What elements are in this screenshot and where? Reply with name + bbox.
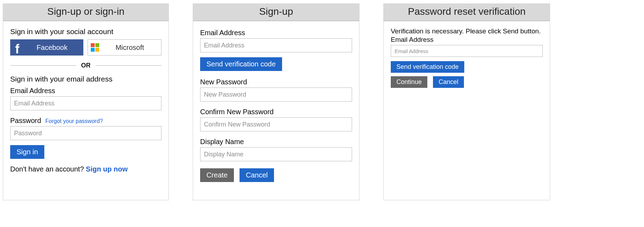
signup-prompt: Don't have an account? Sign up now: [10, 165, 161, 173]
reset-email-input[interactable]: [391, 45, 543, 57]
signup-email-input[interactable]: [200, 38, 352, 52]
signup-email-label: Email Address: [200, 29, 352, 37]
facebook-label: Facebook: [24, 44, 83, 52]
reset-email-label: Email Address: [391, 36, 543, 44]
confirm-password-label: Confirm New Password: [200, 108, 352, 116]
microsoft-icon: [88, 39, 102, 56]
password-reset-panel: Password reset verification Verification…: [383, 4, 550, 200]
signin-panel: Sign-up or sign-in Sign in with your soc…: [3, 4, 169, 200]
display-name-input[interactable]: [200, 147, 352, 161]
email-input[interactable]: [10, 96, 161, 110]
facebook-icon: f: [10, 39, 24, 56]
signup-cancel-button[interactable]: Cancel: [240, 168, 274, 182]
create-button[interactable]: Create: [200, 168, 234, 182]
microsoft-signin-button[interactable]: Microsoft: [88, 39, 161, 56]
facebook-signin-button[interactable]: f Facebook: [10, 39, 83, 56]
password-label: Password: [10, 117, 41, 125]
password-reset-title: Password reset verification: [384, 4, 550, 21]
signin-button[interactable]: Sign in: [10, 145, 44, 159]
or-divider: OR: [10, 62, 161, 69]
signin-panel-title: Sign-up or sign-in: [3, 4, 168, 21]
local-signin-heading: Sign in with your email address: [10, 75, 161, 83]
reset-cancel-button[interactable]: Cancel: [433, 76, 464, 88]
send-verification-code-button[interactable]: Send verification code: [200, 57, 282, 71]
reset-send-code-button[interactable]: Send verification code: [391, 61, 464, 73]
password-input[interactable]: [10, 126, 161, 140]
forgot-password-link[interactable]: Forgot your password?: [45, 118, 103, 124]
confirm-password-input[interactable]: [200, 117, 352, 131]
no-account-text: Don't have an account?: [10, 165, 86, 173]
new-password-input[interactable]: [200, 87, 352, 102]
verification-instruction: Verification is necessary. Please click …: [391, 27, 543, 35]
signup-now-link[interactable]: Sign up now: [86, 165, 128, 173]
signup-panel: Sign-up Email Address Send verification …: [193, 4, 359, 200]
or-divider-text: OR: [76, 62, 96, 69]
social-signin-heading: Sign in with your social account: [10, 27, 161, 36]
signup-panel-title: Sign-up: [193, 4, 359, 21]
microsoft-label: Microsoft: [102, 44, 161, 52]
display-name-label: Display Name: [200, 138, 352, 146]
email-label: Email Address: [10, 87, 161, 95]
continue-button[interactable]: Continue: [391, 76, 427, 88]
new-password-label: New Password: [200, 78, 352, 86]
